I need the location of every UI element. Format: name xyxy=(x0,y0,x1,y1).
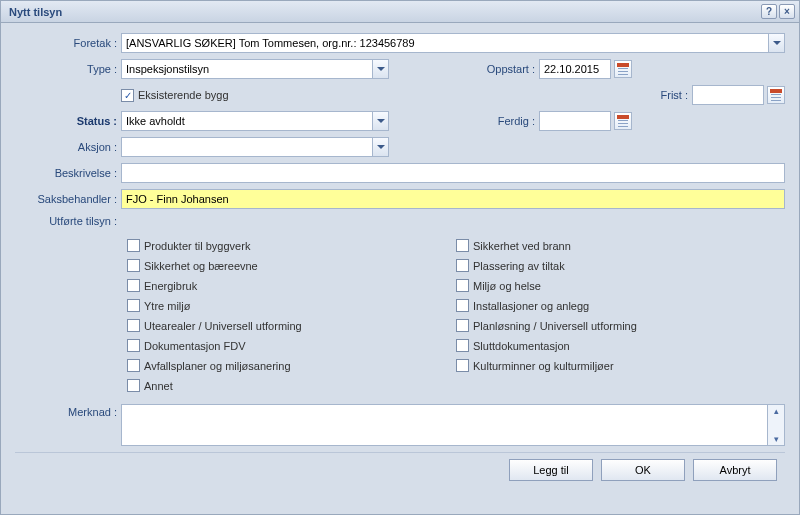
chk-label: Ytre miljø xyxy=(144,300,190,312)
utforte-tilsyn-label: Utførte tilsyn : xyxy=(15,215,121,227)
window-title: Nytt tilsyn xyxy=(9,6,62,18)
scroll-down-icon[interactable]: ▾ xyxy=(768,433,784,445)
chk-planlosning[interactable] xyxy=(456,319,469,332)
type-label: Type : xyxy=(15,63,121,75)
chk-sikkerhet-brann[interactable] xyxy=(456,239,469,252)
chk-miljo-helse[interactable] xyxy=(456,279,469,292)
chk-label: Dokumentasjon FDV xyxy=(144,340,246,352)
beskrivelse-field[interactable] xyxy=(121,163,785,183)
chk-kulturminner[interactable] xyxy=(456,359,469,372)
ok-button[interactable]: OK xyxy=(601,459,685,481)
chk-label: Sikkerhet ved brann xyxy=(473,240,571,252)
chk-utearealer[interactable] xyxy=(127,319,140,332)
help-icon[interactable]: ? xyxy=(761,4,777,19)
chk-label: Installasjoner og anlegg xyxy=(473,300,589,312)
chk-produkter[interactable] xyxy=(127,239,140,252)
chk-avfallsplaner[interactable] xyxy=(127,359,140,372)
chk-sikkerhet-baereevne[interactable] xyxy=(127,259,140,272)
foretak-dropdown-trigger[interactable] xyxy=(768,33,785,53)
chk-label: Sikkerhet og bæreevne xyxy=(144,260,258,272)
ferdig-label: Ferdig : xyxy=(479,115,539,127)
saksbehandler-field[interactable] xyxy=(121,189,785,209)
saksbehandler-label: Saksbehandler : xyxy=(15,193,121,205)
aksjon-label: Aksjon : xyxy=(15,141,121,153)
beskrivelse-label: Beskrivelse : xyxy=(15,167,121,179)
calendar-icon[interactable] xyxy=(767,86,785,104)
chk-label: Annet xyxy=(144,380,173,392)
scroll-up-icon[interactable]: ▴ xyxy=(768,405,784,417)
chk-dokumentasjon-fdv[interactable] xyxy=(127,339,140,352)
chk-label: Avfallsplaner og miljøsanering xyxy=(144,360,291,372)
frist-label: Frist : xyxy=(632,89,692,101)
frist-field[interactable] xyxy=(692,85,764,105)
chk-label: Produkter til byggverk xyxy=(144,240,250,252)
chk-label: Utearealer / Universell utforming xyxy=(144,320,302,332)
legg-til-button[interactable]: Legg til xyxy=(509,459,593,481)
chk-sluttdokumentasjon[interactable] xyxy=(456,339,469,352)
chk-label: Sluttdokumentasjon xyxy=(473,340,570,352)
foretak-label: Foretak : xyxy=(15,37,121,49)
status-field[interactable] xyxy=(121,111,372,131)
chk-label: Miljø og helse xyxy=(473,280,541,292)
chk-energibruk[interactable] xyxy=(127,279,140,292)
status-label: Status : xyxy=(15,115,121,127)
chk-plassering[interactable] xyxy=(456,259,469,272)
chk-label: Kulturminner og kulturmiljøer xyxy=(473,360,614,372)
calendar-icon[interactable] xyxy=(614,112,632,130)
merknad-field[interactable] xyxy=(121,404,768,446)
chk-annet[interactable] xyxy=(127,379,140,392)
eksisterende-checkbox[interactable]: ✓ xyxy=(121,89,134,102)
eksisterende-label: Eksisterende bygg xyxy=(138,89,229,101)
chk-label: Planløsning / Universell utforming xyxy=(473,320,637,332)
status-dropdown-trigger[interactable] xyxy=(372,111,389,131)
chk-ytre-miljo[interactable] xyxy=(127,299,140,312)
chk-label: Plassering av tiltak xyxy=(473,260,565,272)
titlebar: Nytt tilsyn ? × xyxy=(1,1,799,23)
aksjon-field[interactable] xyxy=(121,137,372,157)
foretak-field[interactable] xyxy=(121,33,768,53)
calendar-icon[interactable] xyxy=(614,60,632,78)
scrollbar[interactable]: ▴ ▾ xyxy=(768,404,785,446)
close-icon[interactable]: × xyxy=(779,4,795,19)
aksjon-dropdown-trigger[interactable] xyxy=(372,137,389,157)
chk-installasjoner[interactable] xyxy=(456,299,469,312)
merknad-label: Merknad : xyxy=(15,404,121,418)
type-field[interactable] xyxy=(121,59,372,79)
dialog-window: Nytt tilsyn ? × Foretak : Type : xyxy=(0,0,800,515)
avbryt-button[interactable]: Avbryt xyxy=(693,459,777,481)
utforte-tilsyn-group: Produkter til byggverk Sikkerhet og bære… xyxy=(15,237,785,392)
ferdig-field[interactable] xyxy=(539,111,611,131)
oppstart-field[interactable] xyxy=(539,59,611,79)
oppstart-label: Oppstart : xyxy=(479,63,539,75)
chk-label: Energibruk xyxy=(144,280,197,292)
type-dropdown-trigger[interactable] xyxy=(372,59,389,79)
